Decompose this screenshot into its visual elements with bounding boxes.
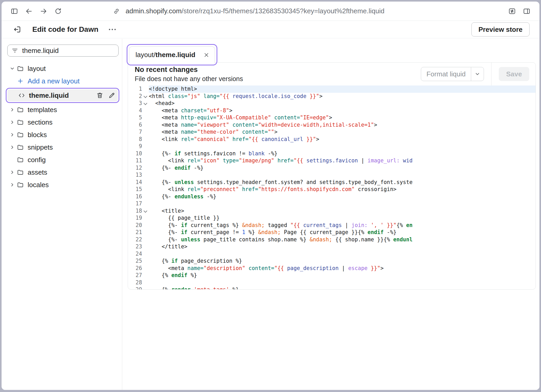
folder-label: sections — [28, 118, 52, 126]
code-line-text: {% endif %} — [149, 272, 536, 279]
folder-label: layout — [28, 65, 46, 73]
sidebar-toggle-icon[interactable] — [8, 5, 20, 17]
sidebar-folder-config[interactable]: config — [2, 154, 122, 166]
folder-icon — [17, 65, 27, 72]
fold-spacer — [142, 157, 149, 164]
more-options-icon[interactable] — [108, 25, 117, 34]
code-line-9[interactable]: 9 — [128, 143, 536, 150]
code-line-text: {%- if current_tags %} &ndash; tagged "{… — [149, 222, 536, 229]
tab-close-icon[interactable] — [203, 52, 210, 58]
chevron-right-icon[interactable] — [8, 107, 17, 113]
code-line-7[interactable]: 7 <meta name="theme-color" content=""> — [128, 128, 536, 136]
reload-icon[interactable] — [52, 5, 64, 17]
chevron-down-icon[interactable] — [471, 71, 484, 77]
browser-extension-icon[interactable] — [506, 5, 518, 17]
fold-chevron-icon[interactable] — [142, 100, 149, 107]
code-line-text: <meta name="theme-color" content=""> — [149, 128, 536, 136]
code-line-26[interactable]: 26 <meta name="description" content="{{ … — [128, 265, 536, 272]
chevron-right-icon[interactable] — [8, 182, 17, 188]
code-line-4[interactable]: 4 <meta charset="utf-8"> — [128, 107, 536, 114]
code-line-15[interactable]: 15 <link rel="preconnect" href="https://… — [128, 186, 536, 193]
delete-file-icon[interactable] — [94, 92, 106, 99]
code-line-10[interactable]: 10 {%- if settings.favicon != blank -%} — [128, 150, 536, 157]
code-line-25[interactable]: 25 {% if page_description %} — [128, 258, 536, 265]
line-number: 13 — [128, 172, 142, 179]
folder-label: locales — [28, 181, 49, 189]
chevron-right-icon[interactable] — [8, 169, 17, 175]
address-bar[interactable]: admin.shopify.com/store/rzq1xu-f5/themes… — [110, 5, 503, 17]
code-editor[interactable]: 1<!doctype html>2<html class="js" lang="… — [128, 85, 536, 290]
format-liquid-button[interactable]: Format liquid — [421, 67, 484, 81]
code-line-22[interactable]: 22 {%- unless page_title contains shop.n… — [128, 236, 536, 243]
code-line-text: {% if page_description %} — [149, 258, 536, 265]
code-line-text: <link rel="canonical" href="{{ canonical… — [149, 136, 536, 143]
sidebar-folder-sections[interactable]: sections — [2, 116, 122, 128]
sidebar-folder-templates[interactable]: templates — [2, 103, 122, 116]
code-line-18[interactable]: 18 <title> — [128, 207, 536, 215]
tab-theme-liquid[interactable]: layout/theme.liquid — [129, 46, 215, 63]
line-number: 1 — [128, 85, 142, 93]
code-line-6[interactable]: 6 <meta name="viewport" content="width=d… — [128, 121, 536, 129]
fold-spacer — [142, 222, 149, 229]
fold-chevron-icon[interactable] — [142, 207, 149, 215]
split-view-icon[interactable] — [521, 5, 533, 17]
back-icon[interactable] — [23, 5, 35, 17]
fold-spacer — [142, 236, 149, 243]
code-line-3[interactable]: 3 <head> — [128, 100, 536, 107]
line-number: 11 — [128, 157, 142, 164]
code-line-23[interactable]: 23 </title> — [128, 243, 536, 250]
code-line-13[interactable]: 13 — [128, 172, 536, 179]
code-line-text: <head> — [149, 100, 536, 107]
chevron-right-icon[interactable] — [8, 144, 17, 150]
folder-icon — [17, 169, 27, 176]
line-number: 28 — [128, 279, 142, 286]
code-line-8[interactable]: 8 <link rel="canonical" href="{{ canonic… — [128, 136, 536, 143]
preview-store-button[interactable]: Preview store — [471, 22, 530, 36]
chevron-right-icon[interactable] — [8, 132, 17, 138]
line-number: 3 — [128, 100, 142, 107]
fold-spacer — [142, 121, 149, 129]
fold-spacer — [142, 114, 149, 121]
code-line-text: <meta name="viewport" content="width=dev… — [149, 121, 536, 129]
folder-icon — [17, 144, 27, 151]
tab-label: layout/theme.liquid — [136, 51, 195, 59]
sidebar-action-add-a-new-layout[interactable]: Add a new layout — [2, 75, 122, 87]
line-number: 18 — [128, 207, 142, 215]
code-line-11[interactable]: 11 <link rel="icon" type="image/png" hre… — [128, 157, 536, 164]
code-line-1[interactable]: 1<!doctype html> — [128, 85, 536, 93]
code-line-2[interactable]: 2<html class="js" lang="{{ request.local… — [128, 93, 536, 100]
forward-icon[interactable] — [38, 5, 50, 17]
file-search-input[interactable] — [22, 47, 115, 55]
fold-chevron-icon[interactable] — [142, 93, 149, 100]
sidebar-folder-assets[interactable]: assets — [2, 166, 122, 179]
code-line-17[interactable]: 17 — [128, 200, 536, 207]
sidebar-folder-locales[interactable]: locales — [2, 179, 122, 191]
folder-label: snippets — [28, 143, 53, 151]
code-line-24[interactable]: 24 — [128, 250, 536, 258]
code-line-21[interactable]: 21 {%- if current_page != 1 %} &ndash; P… — [128, 229, 536, 236]
code-line-27[interactable]: 27 {% endif %} — [128, 272, 536, 279]
fold-spacer — [142, 258, 149, 265]
code-line-text: {%- unless settings.type_header_font.sys… — [149, 179, 536, 186]
exit-code-editor-button[interactable] — [11, 24, 23, 35]
code-line-19[interactable]: 19 {{ page_title }} — [128, 215, 536, 222]
sidebar-folder-snippets[interactable]: snippets — [2, 141, 122, 154]
code-line-20[interactable]: 20 {%- if current_tags %} &ndash; tagged… — [128, 222, 536, 229]
chevron-down-icon[interactable] — [8, 65, 17, 72]
line-number: 26 — [128, 265, 142, 272]
sidebar-folder-layout[interactable]: layout — [2, 62, 122, 75]
line-number: 12 — [128, 164, 142, 172]
chevron-right-icon[interactable] — [8, 119, 17, 125]
file-search-box[interactable] — [7, 45, 119, 57]
code-line-5[interactable]: 5 <meta http-equiv="X-UA-Compatible" con… — [128, 114, 536, 121]
sidebar-folder-blocks[interactable]: blocks — [2, 128, 122, 141]
code-line-16[interactable]: 16 {%- endunless -%} — [128, 193, 536, 200]
code-line-12[interactable]: 12 {%- endif -%} — [128, 164, 536, 172]
code-line-29[interactable]: 29 {% render 'meta-tags' %} — [128, 286, 536, 290]
file-label: theme.liquid — [29, 91, 69, 100]
save-button[interactable]: Save — [499, 67, 529, 81]
sidebar-file-theme-liquid[interactable]: theme.liquid — [7, 89, 118, 101]
code-line-28[interactable]: 28 — [128, 279, 536, 286]
rename-file-icon[interactable] — [106, 92, 118, 99]
code-line-14[interactable]: 14 {%- unless settings.type_header_font.… — [128, 179, 536, 186]
